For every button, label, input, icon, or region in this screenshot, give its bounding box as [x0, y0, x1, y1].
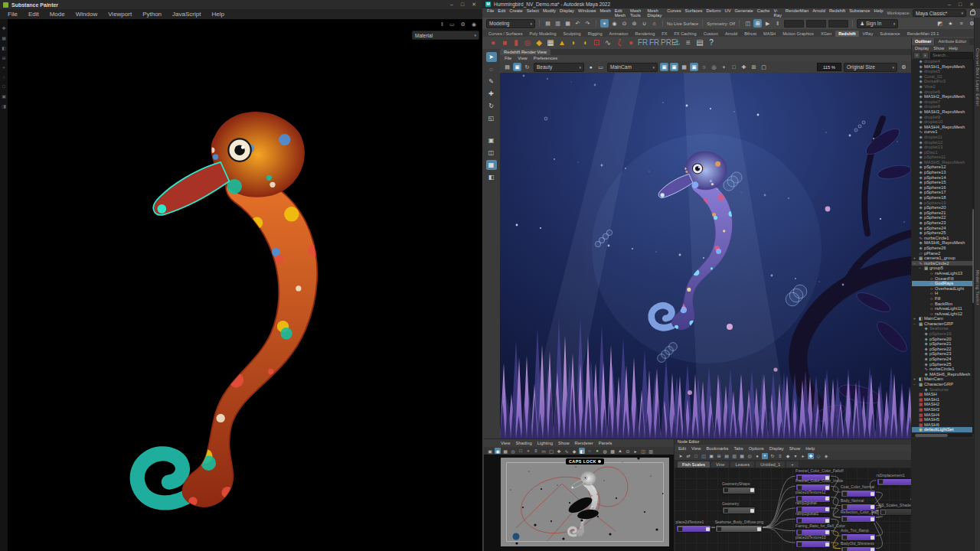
- shelf-tab-sculpting[interactable]: Sculpting: [560, 31, 584, 37]
- outliner-item[interactable]: H: [912, 291, 972, 296]
- grid-toggle-icon[interactable]: ⊞: [753, 19, 762, 28]
- outliner-item[interactable]: defaultLightSet: [912, 427, 972, 432]
- node-anis-tint-ramp[interactable]: Anis_Tint_Ramp: [841, 528, 876, 541]
- viewport-menu-item[interactable]: Panels: [599, 441, 612, 445]
- render-viewport[interactable]: 000000000000000000000: [500, 73, 911, 439]
- white-balance-icon[interactable]: ○: [700, 63, 708, 71]
- node-editor-menu-item[interactable]: Bookmarks: [706, 446, 728, 451]
- pause-icon[interactable]: ‖: [773, 19, 782, 28]
- node-editor-menu-item[interactable]: Help: [805, 446, 815, 451]
- list-icon[interactable]: ≡: [684, 38, 693, 47]
- outliner-menu-item[interactable]: Display: [915, 46, 929, 51]
- close-icon[interactable]: ✕: [969, 2, 974, 8]
- node-geometry[interactable]: Geometry: [722, 501, 756, 514]
- create-icon[interactable]: ✚: [808, 453, 814, 459]
- compare-icon[interactable]: ⊞: [750, 63, 758, 71]
- outliner-item[interactable]: MASH4_ReproMesh: [912, 125, 972, 130]
- menu-set-dropdown[interactable]: Modeling: [486, 19, 535, 28]
- make-live-icon[interactable]: ⌂: [650, 19, 658, 28]
- outliner-item[interactable]: droplet13: [912, 145, 972, 150]
- maya-menu-item[interactable]: Deform: [707, 8, 721, 18]
- sort-icon[interactable]: ▾: [922, 52, 929, 59]
- film-gate-icon[interactable]: ◎: [510, 448, 516, 454]
- tab-channel-box[interactable]: Channel Box / Layer Editor: [975, 48, 980, 106]
- gear-icon[interactable]: ⚙: [900, 63, 908, 71]
- outliner-item[interactable]: + camera1_group: [912, 256, 972, 261]
- outliner-item[interactable]: pSphere15: [912, 180, 972, 185]
- outliner-item[interactable]: MASH6_ReproMesh: [912, 372, 972, 377]
- sp-viewport[interactable]: 000000000000000000000 ✚▦◧⊞⌖○□▣◨ ‖▭⚙◉ Mat…: [0, 19, 482, 551]
- focus-icon[interactable]: ◎: [710, 63, 718, 71]
- target-icon[interactable]: ⌖: [2, 65, 5, 70]
- outliner-item[interactable]: nurbsCircle1: [912, 236, 972, 241]
- frame-icon[interactable]: □: [693, 453, 699, 459]
- outliner-item[interactable]: MASH3_ReproMesh: [912, 109, 972, 115]
- sp-menu-item[interactable]: Window: [76, 11, 97, 18]
- lattice-icon[interactable]: ▦: [546, 38, 555, 47]
- maya-menu-item[interactable]: Windows: [578, 8, 596, 18]
- outliner-item[interactable]: pSphere14: [912, 175, 972, 181]
- maya-menu-item[interactable]: Create: [509, 8, 522, 18]
- outliner-item[interactable]: pSphere22: [912, 215, 972, 220]
- graph-icon[interactable]: ▣: [708, 453, 714, 459]
- snapshot-icon[interactable]: ▤: [503, 63, 511, 71]
- node-editor-menu-item[interactable]: Options: [749, 446, 764, 451]
- minimize-icon[interactable]: –: [450, 2, 453, 8]
- outliner-menu-item[interactable]: Help: [949, 46, 958, 51]
- solo-icon[interactable]: ●: [754, 453, 760, 459]
- filter-icon[interactable]: ≡: [913, 52, 920, 59]
- help-icon[interactable]: ?: [707, 38, 716, 47]
- outliner-item[interactable]: droplet8: [912, 104, 972, 109]
- outliner-item[interactable]: nurbsCircle1: [912, 367, 972, 372]
- undo-icon[interactable]: ↶: [573, 19, 582, 28]
- xray-icon[interactable]: ●: [594, 448, 600, 454]
- rotate-tool-icon[interactable]: ↻: [486, 101, 497, 111]
- lock-icon[interactable]: ⌖: [762, 453, 768, 459]
- outliner-item[interactable]: droplet11: [912, 135, 972, 140]
- add-node-icon[interactable]: ⊞: [716, 453, 722, 459]
- outliner-menu-item[interactable]: Show: [933, 46, 944, 51]
- outliner-item[interactable]: MASH5: [912, 417, 972, 422]
- sp-menu-item[interactable]: Help: [211, 11, 224, 18]
- pick-icon[interactable]: ⌖: [720, 63, 728, 71]
- panel-icon[interactable]: ◨: [2, 103, 6, 109]
- pause-icon[interactable]: ‖: [441, 21, 443, 28]
- fr-badge-icon[interactable]: FR: [638, 38, 647, 47]
- textured-icon[interactable]: ◧: [579, 448, 585, 454]
- outliner-item[interactable]: + MainCam: [912, 316, 972, 321]
- maya-menu-item[interactable]: Mesh Tools: [630, 8, 643, 18]
- camera-icon[interactable]: ◉: [472, 21, 476, 28]
- add-tab-button[interactable]: +: [786, 461, 798, 468]
- workspace-dropdown[interactable]: Maya Classic*: [913, 9, 966, 17]
- maximize-icon[interactable]: □: [461, 2, 464, 8]
- filter-icon[interactable]: ≡: [777, 453, 783, 459]
- maya-menu-item[interactable]: File: [487, 8, 494, 18]
- outliner-item[interactable]: pSphere25: [912, 230, 972, 236]
- wireframe-icon[interactable]: ◍: [602, 448, 608, 454]
- outliner-item[interactable]: MASH6_ReproMesh: [912, 240, 972, 246]
- pre-badge-icon[interactable]: PRE: [661, 38, 670, 47]
- outliner-item[interactable]: pSphere22: [912, 347, 972, 352]
- bucket-grid-icon[interactable]: ▦: [680, 63, 688, 71]
- outliner-item[interactable]: droplet12: [912, 140, 972, 145]
- camera-icon[interactable]: ◉: [495, 448, 501, 454]
- shaded-icon[interactable]: ◆: [571, 448, 577, 454]
- node-editor-tab-vine[interactable]: Vine: [711, 461, 730, 468]
- outliner-item[interactable]: Coral_02: [912, 74, 972, 80]
- isolate-icon[interactable]: ◫: [640, 448, 646, 454]
- node-coat-color-normal[interactable]: Coat_Color_Normal: [841, 484, 876, 497]
- render-view-menu-item[interactable]: File: [505, 56, 511, 60]
- node-rsdisplacement1[interactable]: rsDisplacement1: [877, 473, 913, 486]
- outliner-item[interactable]: curve1: [912, 129, 972, 135]
- outliner-item[interactable]: rsAreaLight13: [912, 271, 972, 276]
- shelf-tab-renderman-23-1[interactable]: RenderMan 23.1: [904, 31, 942, 37]
- node-place2dtexture13[interactable]: place2dTexture13: [795, 535, 831, 548]
- start-ipr-icon[interactable]: ▣: [513, 63, 521, 71]
- shelf-tab-xgen[interactable]: XGen: [818, 31, 835, 37]
- maya-menu-item[interactable]: Mesh: [600, 8, 611, 18]
- viewport-menu-item[interactable]: Shading: [515, 441, 531, 445]
- redo-icon[interactable]: ↷: [583, 19, 592, 28]
- settings-icon[interactable]: ⚙: [461, 21, 466, 28]
- modeling-toolkit-icon[interactable]: ◩: [936, 19, 944, 28]
- maya-menu-item[interactable]: Generate: [735, 8, 753, 18]
